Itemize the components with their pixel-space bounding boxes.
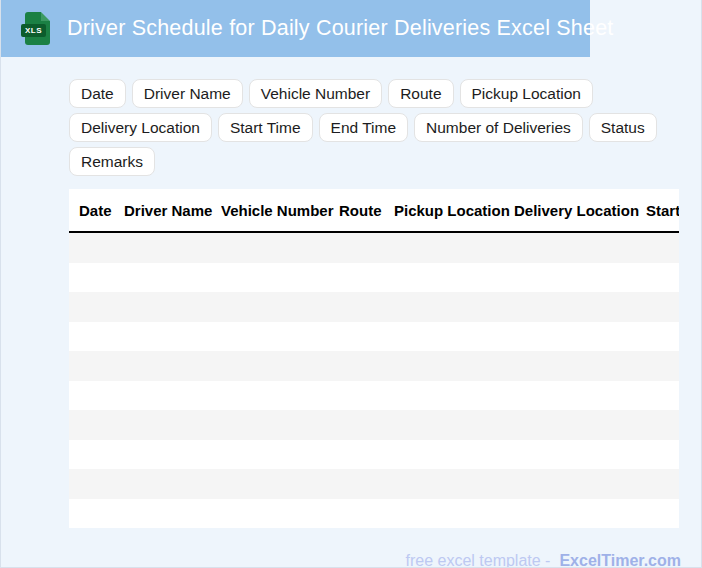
title-banner: XLS Driver Schedule for Daily Courier De… bbox=[1, 0, 590, 57]
column-chip[interactable]: Status bbox=[589, 113, 657, 142]
column-chip[interactable]: Delivery Location bbox=[69, 113, 212, 142]
schedule-table: DateDriver NameVehicle NumberRoutePickup… bbox=[69, 189, 679, 528]
column-chips: DateDriver NameVehicle NumberRoutePickup… bbox=[69, 79, 702, 176]
table-row bbox=[69, 322, 679, 352]
table-column-header: Driver Name bbox=[124, 202, 221, 219]
table-row bbox=[69, 469, 679, 499]
table-column-header: Start Time bbox=[646, 202, 679, 219]
table-row bbox=[69, 440, 679, 470]
table-row bbox=[69, 233, 679, 263]
column-chip[interactable]: Date bbox=[69, 79, 126, 108]
table-header-row: DateDriver NameVehicle NumberRoutePickup… bbox=[69, 189, 679, 233]
xls-file-icon: XLS bbox=[25, 12, 50, 45]
table-column-header: Delivery Location bbox=[514, 202, 646, 219]
brand-link[interactable]: ExcelTimer.com bbox=[559, 552, 681, 568]
column-chip[interactable]: Route bbox=[388, 79, 453, 108]
table-row bbox=[69, 292, 679, 322]
page-title: Driver Schedule for Daily Courier Delive… bbox=[67, 16, 614, 41]
column-chip[interactable]: Vehicle Number bbox=[249, 79, 382, 108]
table-column-header: Vehicle Number bbox=[221, 202, 339, 219]
xls-badge: XLS bbox=[21, 24, 46, 37]
table-body bbox=[69, 233, 679, 528]
column-chip[interactable]: Pickup Location bbox=[460, 79, 593, 108]
table-row bbox=[69, 381, 679, 411]
table-row bbox=[69, 499, 679, 529]
column-chip[interactable]: End Time bbox=[319, 113, 408, 142]
table-row bbox=[69, 263, 679, 293]
footer-text: free excel template - bbox=[405, 552, 550, 568]
table-column-header: Pickup Location bbox=[394, 202, 514, 219]
table-column-header: Route bbox=[339, 202, 394, 219]
template-preview-page: XLS Driver Schedule for Daily Courier De… bbox=[0, 0, 702, 568]
column-chip[interactable]: Start Time bbox=[218, 113, 313, 142]
table-row bbox=[69, 351, 679, 381]
column-chip[interactable]: Number of Deliveries bbox=[414, 113, 583, 142]
footer: free excel template -ExcelTimer.com bbox=[1, 552, 701, 568]
column-chip[interactable]: Remarks bbox=[69, 147, 155, 176]
table-row bbox=[69, 410, 679, 440]
column-chip[interactable]: Driver Name bbox=[132, 79, 243, 108]
page-fold-corner-icon bbox=[41, 12, 50, 21]
table-column-header: Date bbox=[69, 202, 124, 219]
